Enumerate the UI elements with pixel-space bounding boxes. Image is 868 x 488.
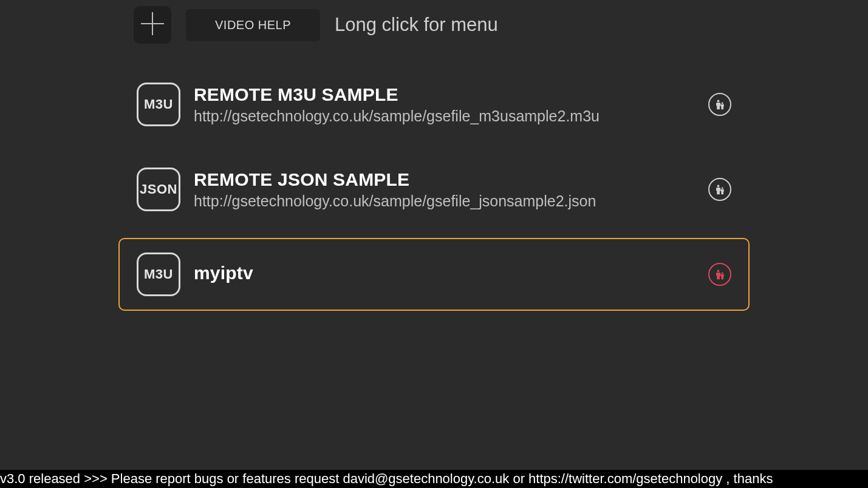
parental-control-icon[interactable] [708, 178, 731, 201]
playlist-url: http://gsetechnology.co.uk/sample/gsefil… [194, 192, 699, 210]
playlist-item[interactable]: M3U myiptv [118, 238, 750, 311]
footer-ticker: v3.0 released >>> Please report bugs or … [0, 470, 868, 488]
type-badge: M3U [137, 252, 180, 296]
playlist-text: REMOTE JSON SAMPLE http://gsetechnology.… [194, 169, 699, 210]
playlist-title: REMOTE JSON SAMPLE [194, 169, 699, 190]
playlist-title: myiptv [194, 263, 699, 283]
playlist-text: REMOTE M3U SAMPLE http://gsetechnology.c… [194, 84, 699, 125]
playlist-url: http://gsetechnology.co.uk/sample/gsefil… [194, 107, 699, 125]
header-row: VIDEO HELP Long click for menu [134, 6, 868, 44]
parental-control-icon[interactable] [708, 93, 731, 116]
parental-control-icon[interactable] [708, 263, 731, 286]
playlist-item[interactable]: M3U REMOTE M3U SAMPLE http://gsetechnolo… [118, 68, 750, 141]
type-badge: M3U [137, 83, 180, 126]
ticker-text: v3.0 released >>> Please report bugs or … [0, 471, 773, 487]
playlist-item[interactable]: JSON REMOTE JSON SAMPLE http://gsetechno… [118, 153, 750, 226]
type-badge: JSON [137, 168, 180, 211]
playlist-list: M3U REMOTE M3U SAMPLE http://gsetechnolo… [0, 68, 868, 311]
hint-text: Long click for menu [335, 14, 498, 36]
playlist-text: myiptv [194, 263, 699, 286]
playlist-title: REMOTE M3U SAMPLE [194, 84, 699, 105]
video-help-button[interactable]: VIDEO HELP [186, 9, 320, 41]
add-playlist-button[interactable] [134, 6, 171, 44]
plus-icon [138, 10, 166, 40]
